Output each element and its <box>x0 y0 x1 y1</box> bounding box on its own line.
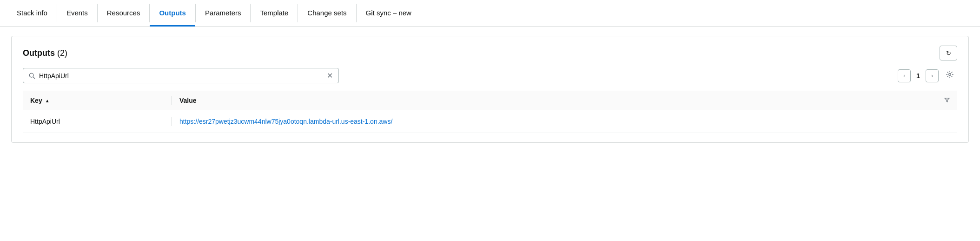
table-header-row: Key ▲ Value <box>23 91 957 110</box>
outputs-panel: Outputs (2) ↻ ✕ <box>11 36 969 143</box>
panel-title: Outputs (2) <box>23 48 67 58</box>
prev-page-button[interactable]: ‹ <box>898 69 911 82</box>
settings-button[interactable] <box>942 68 957 83</box>
main-content: Outputs (2) ↻ ✕ <box>0 27 980 152</box>
search-icon <box>29 73 35 79</box>
svg-line-1 <box>33 77 35 79</box>
tab-stack-info[interactable]: Stack info <box>7 0 57 27</box>
tab-template[interactable]: Template <box>251 0 298 27</box>
page-number: 1 <box>914 72 922 80</box>
col-value-header: Value <box>172 97 937 104</box>
tab-events[interactable]: Events <box>57 0 97 27</box>
pagination-controls: ‹ 1 › <box>898 68 957 83</box>
tab-resources[interactable]: Resources <box>98 0 150 27</box>
col-key-header: Key ▲ <box>23 97 172 104</box>
panel-header: Outputs (2) ↻ <box>23 46 957 60</box>
prev-icon: ‹ <box>903 73 905 79</box>
tab-change-sets[interactable]: Change sets <box>298 0 356 27</box>
settings-icon <box>946 70 954 81</box>
sort-icon[interactable]: ▲ <box>45 98 50 103</box>
search-row: ✕ ‹ 1 › <box>23 68 957 83</box>
output-link[interactable]: https://esr27pwetjz3ucwm44nlw75jya0otoqn… <box>179 118 392 125</box>
svg-point-2 <box>949 74 951 76</box>
tab-parameters[interactable]: Parameters <box>196 0 251 27</box>
tab-bar: Stack info Events Resources Outputs Para… <box>0 0 980 27</box>
tab-outputs[interactable]: Outputs <box>150 0 195 27</box>
cell-value: https://esr27pwetjz3ucwm44nlw75jya0otoqn… <box>172 118 942 125</box>
search-input[interactable] <box>39 72 323 80</box>
next-page-button[interactable]: › <box>926 69 939 82</box>
next-icon: › <box>931 73 933 79</box>
clear-search-button[interactable]: ✕ <box>327 71 333 80</box>
filter-icon <box>944 97 950 104</box>
refresh-icon: ↻ <box>946 50 951 57</box>
outputs-table: Key ▲ Value <box>23 91 957 133</box>
refresh-button[interactable]: ↻ <box>940 46 957 60</box>
cell-key: HttpApiUrl <box>23 118 172 125</box>
tab-git-sync[interactable]: Git sync – new <box>357 0 421 27</box>
table-row: HttpApiUrl https://esr27pwetjz3ucwm44nlw… <box>23 110 957 133</box>
search-box: ✕ <box>23 68 339 83</box>
col-filter-header <box>937 97 957 104</box>
